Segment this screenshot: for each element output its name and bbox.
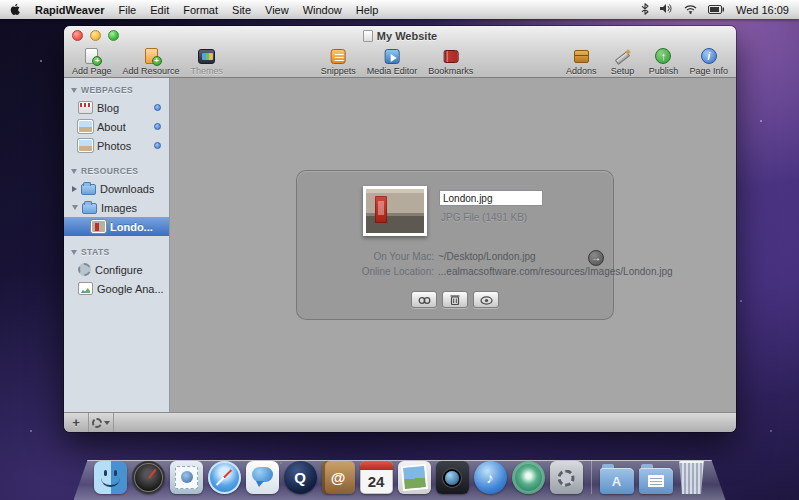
bookmarks-button[interactable]: Bookmarks	[428, 47, 473, 76]
disclosure-triangle-icon[interactable]	[72, 186, 77, 192]
snippets-label: Snippets	[321, 66, 356, 76]
caret-down-icon	[104, 421, 110, 425]
photos-page-icon	[78, 139, 93, 152]
delete-resource-button[interactable]	[442, 291, 468, 308]
sidebar-item-blog[interactable]: Blog	[64, 98, 169, 117]
add-resource-button[interactable]: + Add Resource	[123, 47, 180, 76]
media-editor-button[interactable]: Media Editor	[367, 47, 418, 76]
finder-icon[interactable]	[94, 461, 127, 494]
add-page-button[interactable]: + Add Page	[72, 47, 112, 76]
ical-icon[interactable]: 24	[360, 461, 393, 494]
itunes-icon[interactable]: ♪	[474, 461, 507, 494]
add-item-button[interactable]: +	[64, 413, 89, 432]
sidebar-item-configure[interactable]: Configure	[64, 260, 169, 279]
trash-icon	[450, 291, 460, 309]
volume-icon[interactable]	[660, 3, 673, 16]
trash-icon[interactable]	[678, 461, 706, 494]
minimize-button[interactable]	[90, 30, 101, 41]
sidebar-header-stats[interactable]: STATS	[64, 245, 169, 260]
online-path-value: ...ealmacsoftware.com/resources/Images/L…	[438, 266, 673, 277]
safari-icon[interactable]	[208, 461, 241, 494]
apple-menu-icon[interactable]	[10, 3, 21, 16]
about-page-icon	[78, 120, 93, 133]
battery-icon[interactable]	[708, 4, 725, 16]
disclosure-triangle-icon	[71, 169, 77, 174]
bookmarks-icon	[443, 47, 458, 65]
action-menu-button[interactable]	[89, 413, 114, 432]
app-menu[interactable]: RapidWeaver	[35, 4, 105, 16]
page-status-dot	[154, 142, 161, 149]
publish-label: Publish	[649, 66, 679, 76]
menu-view[interactable]: View	[265, 4, 289, 16]
sidebar-item-photos[interactable]: Photos	[64, 136, 169, 155]
sidebar-item-london[interactable]: Londo...	[64, 217, 169, 236]
quicktime-icon[interactable]: Q	[284, 461, 317, 494]
add-page-icon: +	[85, 47, 98, 65]
themes-button[interactable]: Themes	[191, 47, 224, 76]
camera-lens	[445, 471, 459, 485]
sidebar-item-downloads[interactable]: Downloads	[64, 179, 169, 198]
sidebar-item-google-analytics[interactable]: Google Ana...	[64, 279, 169, 298]
document-proxy-icon[interactable]	[363, 30, 373, 42]
file-paths: On Your Mac: ~/Desktop/London.jpg Online…	[297, 251, 593, 277]
menu-help[interactable]: Help	[356, 4, 379, 16]
page-info-button[interactable]: i Page Info	[689, 47, 728, 76]
wifi-icon[interactable]	[684, 4, 697, 16]
plus-icon: +	[72, 415, 80, 430]
analytics-chart-icon	[78, 282, 93, 295]
dashboard-icon[interactable]	[132, 461, 165, 494]
addons-icon	[574, 47, 589, 65]
address-book-icon[interactable]: @	[322, 461, 355, 494]
title-bar[interactable]: My Website	[64, 26, 736, 45]
applications-folder-icon[interactable]: A	[600, 468, 634, 494]
mail-icon[interactable]	[170, 461, 203, 494]
dock-separator	[591, 460, 592, 494]
sidebar-item-label: Google Ana...	[97, 283, 164, 295]
photo-booth-icon[interactable]	[436, 461, 469, 494]
documents-folder-icon[interactable]	[639, 468, 673, 494]
preview-icon[interactable]	[398, 461, 431, 494]
menu-file[interactable]: File	[119, 4, 137, 16]
folder-icon	[81, 184, 96, 195]
preview-resource-button[interactable]	[473, 291, 499, 308]
system-preferences-icon[interactable]	[550, 461, 583, 494]
dock: Q @ 24 ♪ A	[74, 448, 726, 500]
setup-button[interactable]: Setup	[607, 47, 637, 76]
window-title: My Website	[363, 30, 437, 42]
media-editor-label: Media Editor	[367, 66, 418, 76]
window-body: WEBPAGES Blog About Photos	[64, 78, 736, 412]
publish-button[interactable]: ↑ Publish	[648, 47, 678, 76]
sidebar-item-images[interactable]: Images	[64, 198, 169, 217]
publish-icon: ↑	[655, 47, 671, 65]
resource-actions	[411, 291, 499, 308]
traffic-lights	[72, 30, 119, 41]
gear-icon	[92, 418, 102, 428]
time-machine-icon[interactable]	[512, 461, 545, 494]
copy-link-button[interactable]	[411, 291, 437, 308]
sidebar-header-resources[interactable]: RESOURCES	[64, 164, 169, 179]
online-path-label: Online Location:	[297, 266, 438, 277]
page-status-dot	[154, 104, 161, 111]
menu-window[interactable]: Window	[303, 4, 342, 16]
sidebar-item-about[interactable]: About	[64, 117, 169, 136]
snippets-button[interactable]: Snippets	[321, 47, 356, 76]
add-resource-label: Add Resource	[123, 66, 180, 76]
menu-clock[interactable]: Wed 16:09	[736, 4, 789, 16]
compass-needle	[216, 469, 232, 485]
disclosure-triangle-icon[interactable]	[72, 205, 78, 210]
sidebar-header-webpages[interactable]: WEBPAGES	[64, 83, 169, 98]
resource-thumbnail[interactable]	[363, 186, 427, 236]
filename-input[interactable]	[439, 190, 543, 206]
dock-icons: Q @ 24 ♪ A	[74, 460, 726, 494]
reveal-arrow-button[interactable]: →	[588, 250, 604, 266]
menu-edit[interactable]: Edit	[150, 4, 169, 16]
menu-format[interactable]: Format	[183, 4, 218, 16]
bluetooth-icon[interactable]	[641, 3, 649, 17]
menu-site[interactable]: Site	[232, 4, 251, 16]
resource-inspector-panel: JPG File (1491 KB) On Your Mac: ~/Deskto…	[296, 170, 614, 320]
ichat-icon[interactable]	[246, 461, 279, 494]
close-button[interactable]	[72, 30, 83, 41]
zoom-button[interactable]	[108, 30, 119, 41]
addons-button[interactable]: Addons	[566, 47, 597, 76]
folder-icon	[82, 203, 97, 214]
